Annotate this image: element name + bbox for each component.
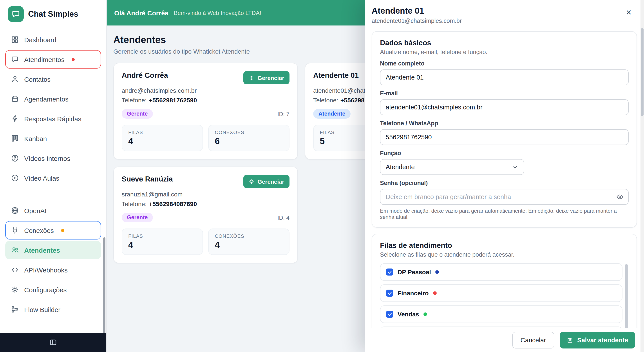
sidebar-item-atendentes[interactable]: Atendentes	[5, 241, 101, 259]
chat-bubble-icon	[11, 55, 19, 63]
stat-value: 6	[215, 136, 283, 146]
sidebar-item-kanban[interactable]: Kanban	[5, 129, 101, 148]
manage-button[interactable]: Gerenciar	[244, 71, 290, 84]
eye-icon[interactable]	[616, 192, 624, 201]
password-help-text: Em modo de criação, deixe vazio para ger…	[380, 208, 628, 220]
attendant-card: Sueve Ranúzia Gerenciar sranuzia1@gmail.…	[113, 167, 298, 263]
attendant-email: andre@chatsimples.com.br	[122, 87, 290, 94]
collapse-sidebar-button[interactable]	[46, 338, 60, 347]
section-title: Filas de atendimento	[380, 241, 628, 250]
users-icon	[11, 246, 19, 254]
manage-button-label: Gerenciar	[258, 178, 284, 185]
queue-checkbox[interactable]	[386, 268, 393, 275]
queue-row[interactable]: Vendas	[380, 305, 622, 323]
queue-label: Vendas	[398, 311, 419, 318]
sidebar-scrollbar-thumb[interactable]	[103, 237, 106, 333]
chat-logo-icon	[8, 6, 24, 22]
sidebar-nav: Dashboard Atendimentos Contatos Agendame…	[0, 26, 106, 333]
app-window: Chat Simples Dashboard Atendimentos Cont…	[0, 0, 644, 352]
manage-button[interactable]: Gerenciar	[244, 175, 290, 188]
sidebar-item-label: Atendimentos	[24, 56, 64, 63]
stat-filas: FILAS 4	[122, 125, 203, 151]
close-icon[interactable]: ✕	[623, 8, 634, 17]
sidebar-item-video-aulas[interactable]: Vídeo Aulas	[5, 169, 101, 187]
drawer-footer: Cancelar Salvar atendente	[364, 328, 644, 352]
drawer-header: Atendente 01 atendente01@chatsimples.com…	[364, 0, 644, 28]
sidebar: Chat Simples Dashboard Atendimentos Cont…	[0, 0, 107, 352]
queue-scrollbar-thumb[interactable]	[625, 264, 628, 334]
save-button[interactable]: Salvar atendente	[560, 332, 635, 348]
sidebar-item-contatos[interactable]: Contatos	[5, 70, 101, 88]
section-subtitle: Atualize nome, e-mail, telefone e função…	[380, 49, 628, 55]
sidebar-item-label: Vídeo Aulas	[24, 174, 59, 182]
sidebar-item-dashboard[interactable]: Dashboard	[5, 30, 101, 49]
sidebar-item-conexoes[interactable]: Conexões	[5, 221, 101, 239]
section-title: Dados básicos	[380, 39, 628, 47]
sidebar-item-label: Agendamentos	[24, 95, 68, 103]
save-icon	[567, 337, 573, 343]
queue-row[interactable]: DP Pessoal	[380, 263, 622, 281]
sidebar-item-api-webhooks[interactable]: API/Webhooks	[5, 261, 101, 279]
sidebar-item-label: Contatos	[24, 75, 50, 83]
sidebar-item-label: Vídeos Internos	[24, 154, 70, 162]
phone-number: +5562984087690	[149, 200, 197, 207]
attendant-phone: Telefone: +5562984087690	[122, 200, 290, 207]
flow-branch-icon	[11, 305, 19, 313]
drawer-email: atendente01@chatsimples.com.br	[372, 18, 634, 24]
gear-icon	[249, 179, 254, 184]
phone-number: +5562981762590	[149, 97, 197, 104]
role-select[interactable]: Atendente	[380, 159, 524, 175]
sidebar-item-atendimentos[interactable]: Atendimentos	[5, 50, 101, 69]
queue-label: Financeiro	[398, 290, 429, 297]
dashboard-icon	[11, 36, 19, 44]
phone-label: Telefone:	[313, 97, 338, 104]
email-field-label: E-mail	[380, 90, 628, 97]
cancel-button[interactable]: Cancelar	[512, 332, 554, 348]
sidebar-item-flow-builder[interactable]: Flow Builder	[5, 300, 101, 319]
name-field-label: Nome completo	[380, 60, 628, 67]
section-subtitle: Selecione as filas que o atendente poder…	[380, 251, 628, 258]
window-scrollbar-thumb[interactable]	[641, 28, 644, 116]
sidebar-item-label: Atendentes	[24, 246, 60, 254]
basic-data-section: Dados básicos Atualize nome, e-mail, tel…	[372, 31, 637, 228]
edit-attendant-drawer: Atendente 01 atendente01@chatsimples.com…	[364, 0, 644, 352]
contacts-icon	[11, 75, 19, 83]
password-field[interactable]	[380, 189, 628, 205]
email-field[interactable]	[380, 99, 628, 115]
manage-button-label: Gerenciar	[258, 75, 284, 81]
code-icon	[11, 266, 19, 274]
sidebar-item-agendamentos[interactable]: Agendamentos	[5, 90, 101, 108]
phone-label: Telefone:	[122, 97, 147, 104]
stat-value: 4	[128, 136, 196, 146]
globe-icon	[11, 207, 19, 214]
queue-row[interactable]: Financeiro	[380, 284, 622, 302]
stat-label: CONEXÕES	[215, 130, 283, 135]
sidebar-item-label: OpenAI	[24, 207, 46, 214]
stat-conexoes: CONEXÕES 6	[208, 125, 290, 151]
name-field[interactable]	[380, 70, 628, 85]
sidebar-item-label: Respostas Rápidas	[24, 115, 81, 122]
nav-spacer	[0, 189, 106, 200]
role-select-value: Atendente	[386, 163, 415, 171]
kanban-icon	[11, 135, 19, 142]
sidebar-item-configuracoes[interactable]: Configurações	[5, 280, 101, 299]
topbar-welcome: Bem-vindo à Web Inovação LTDA!	[174, 10, 261, 16]
sidebar-item-openai[interactable]: OpenAI	[5, 201, 101, 220]
role-badge: Atendente	[313, 109, 350, 119]
sidebar-item-label: API/Webhooks	[24, 266, 68, 273]
attendant-name: André Corrêa	[122, 71, 168, 80]
attendant-name: Sueve Ranúzia	[122, 175, 173, 183]
stat-filas: FILAS 4	[122, 228, 203, 255]
stat-label: CONEXÕES	[215, 233, 283, 239]
queue-checkbox[interactable]	[386, 311, 393, 318]
attendant-email: sranuzia1@gmail.com	[122, 191, 290, 198]
queue-checkbox[interactable]	[386, 290, 393, 297]
window-scrollbar[interactable]	[640, 0, 644, 352]
app-title: Chat Simples	[28, 10, 78, 19]
attendant-card: André Corrêa Gerenciar andre@chatsimples…	[113, 63, 298, 160]
phone-field-label: Telefone / WhatsApp	[380, 120, 628, 127]
sidebar-item-videos-internos[interactable]: Vídeos Internos	[5, 149, 101, 167]
sidebar-item-respostas-rapidas[interactable]: Respostas Rápidas	[5, 109, 101, 128]
phone-field[interactable]	[380, 129, 628, 145]
app-logo: Chat Simples	[0, 0, 106, 26]
